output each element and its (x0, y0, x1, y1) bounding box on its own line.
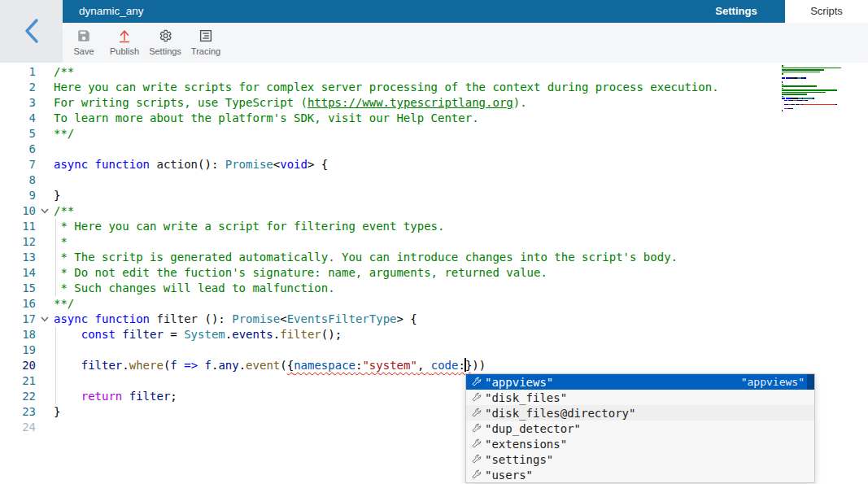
code-line[interactable]: 14 * Do not edit the fuction's signature… (0, 265, 868, 281)
wrench-icon (469, 438, 482, 451)
code-line[interactable]: 6 (0, 142, 868, 157)
code-text: async function action(): Promise<void> { (54, 157, 328, 172)
line-number: 3 (0, 95, 36, 111)
gear-icon (158, 28, 172, 44)
top-bar: dynamic_any Settings Scripts (63, 0, 868, 23)
wrench-icon (469, 407, 482, 420)
fold-gutter (36, 126, 54, 142)
fold-gutter (36, 342, 54, 358)
tab-scripts[interactable]: Scripts (785, 0, 868, 23)
fold-gutter (36, 188, 54, 203)
code-line[interactable]: 17async function filter (): Promise<Even… (0, 312, 868, 327)
code-text: **/ (54, 296, 74, 312)
line-number: 7 (0, 157, 36, 172)
line-number: 16 (0, 296, 36, 312)
fold-gutter (36, 142, 54, 157)
code-line[interactable]: 4To learn more about the platform's SDK,… (0, 111, 868, 126)
settings-label: Settings (149, 46, 181, 56)
suggest-item[interactable]: "extensions" (466, 436, 814, 451)
fold-gutter (36, 111, 54, 126)
code-line[interactable]: 13 * The scritp is generated automatical… (0, 250, 868, 265)
settings-button[interactable]: Settings (145, 23, 185, 63)
tab-settings[interactable]: Settings (687, 0, 785, 23)
line-number: 11 (0, 219, 36, 234)
line-number: 6 (0, 142, 36, 157)
top-tabs: Settings Scripts (687, 0, 868, 23)
line-number: 24 (0, 420, 36, 435)
suggest-label: "dup_detector" (485, 422, 581, 435)
code-line[interactable]: 8 (0, 172, 868, 188)
fold-gutter (36, 172, 54, 188)
code-line[interactable]: 5**/ (0, 126, 868, 142)
code-text: * Such changes will lead to malfunction. (54, 281, 335, 296)
code-line[interactable]: 16**/ (0, 296, 868, 312)
code-line[interactable]: 19 (0, 342, 868, 358)
fold-gutter (36, 157, 54, 172)
suggest-label: "appviews" (485, 376, 553, 389)
code-text: } (54, 404, 60, 420)
publish-icon (117, 28, 132, 44)
code-line[interactable]: 3For writing scripts, use TypeScript (ht… (0, 95, 868, 111)
fold-gutter (36, 250, 54, 265)
suggest-label: "disk_files" (485, 391, 567, 404)
suggest-label: "disk_files@directory" (485, 407, 635, 420)
tracing-button[interactable]: Tracing (185, 23, 226, 63)
wrench-icon (469, 376, 482, 389)
save-label: Save (73, 46, 94, 56)
code-line[interactable]: 1/** (0, 64, 868, 80)
fold-chevron-icon[interactable] (36, 312, 54, 327)
code-text: **/ (54, 126, 74, 142)
line-number: 18 (0, 327, 36, 342)
suggest-item[interactable]: "users" (466, 467, 814, 482)
code-line[interactable]: 12 * (0, 234, 868, 250)
minimap[interactable] (782, 65, 865, 114)
fold-gutter (36, 80, 54, 95)
line-number: 9 (0, 188, 36, 203)
code-line[interactable]: 15 * Such changes will lead to malfuncti… (0, 281, 868, 296)
code-line[interactable]: 9} (0, 188, 868, 203)
suggest-label: "extensions" (485, 438, 567, 451)
line-number: 5 (0, 126, 36, 142)
fold-gutter (36, 64, 54, 80)
suggest-item[interactable]: "appviews""appviews" (466, 374, 814, 390)
tracing-label: Tracing (191, 46, 220, 56)
line-number: 8 (0, 172, 36, 188)
line-number: 1 (0, 64, 36, 80)
line-number: 17 (0, 312, 36, 327)
save-icon (76, 28, 91, 44)
suggest-item[interactable]: "dup_detector" (466, 421, 814, 436)
back-button[interactable] (18, 18, 46, 46)
code-text: const filter = System.events.filter(); (54, 327, 342, 342)
line-number: 4 (0, 111, 36, 126)
fold-gutter (36, 389, 54, 404)
code-text: return filter; (54, 389, 177, 404)
fold-gutter (36, 420, 54, 435)
code-text: To learn more about the platform's SDK, … (54, 111, 479, 126)
suggest-scrollbar-thumb[interactable] (807, 374, 814, 390)
line-number: 19 (0, 342, 36, 358)
code-text: For writing scripts, use TypeScript (htt… (54, 95, 527, 111)
code-line[interactable]: 11 * Here you can write a script for fil… (0, 219, 868, 234)
suggest-item[interactable]: "settings" (466, 451, 814, 467)
fold-gutter (36, 281, 54, 296)
code-text: Here you can write scripts for complex s… (54, 80, 719, 95)
code-text: filter.where(f => f.any.event({namespace… (54, 358, 486, 373)
code-line[interactable]: 10/** (0, 203, 868, 219)
script-editor-window: dynamic_any Settings Scripts Save Pu (0, 0, 868, 484)
suggest-label: "users" (485, 469, 533, 482)
code-line[interactable]: 18 const filter = System.events.filter()… (0, 327, 868, 342)
line-number: 13 (0, 250, 36, 265)
suggest-item[interactable]: "disk_files" (466, 390, 814, 405)
code-line[interactable]: 7async function action(): Promise<void> … (0, 157, 868, 172)
publish-button[interactable]: Publish (104, 23, 145, 63)
fold-gutter (36, 327, 54, 342)
suggest-item[interactable]: "disk_files@directory" (466, 405, 814, 421)
indent-guide (55, 219, 56, 296)
code-line[interactable]: 20 filter.where(f => f.any.event({namesp… (0, 358, 868, 373)
back-panel (0, 0, 63, 63)
suggest-label: "settings" (485, 453, 553, 466)
code-line[interactable]: 2Here you can write scripts for complex … (0, 80, 868, 95)
fold-chevron-icon[interactable] (36, 203, 54, 219)
save-button[interactable]: Save (63, 23, 104, 63)
line-number: 22 (0, 389, 36, 404)
